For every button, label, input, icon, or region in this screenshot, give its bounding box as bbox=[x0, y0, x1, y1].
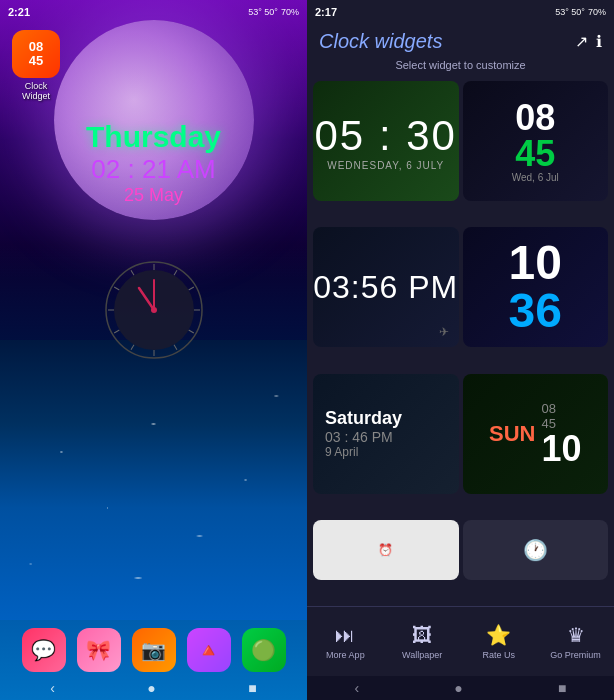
rate-us-label: Rate Us bbox=[483, 650, 516, 660]
premium-label: Go Premium bbox=[550, 650, 601, 660]
status-icons-left: 53° 50° 70% bbox=[248, 7, 299, 17]
svg-line-6 bbox=[174, 345, 177, 350]
clock-widget-small[interactable]: 08 45 Clock Widget bbox=[12, 30, 60, 101]
wallpaper-label: Wallpaper bbox=[402, 650, 442, 660]
status-bar-right: 2:17 53° 50° 70% bbox=[307, 0, 614, 24]
app-title: Clock widgets bbox=[319, 30, 442, 53]
main-clock: Thursday 02 : 21 AM 25 May bbox=[0, 120, 307, 206]
widget-3-pm-time[interactable]: 03:56 PM ✈ bbox=[313, 227, 459, 347]
app-icon-compass[interactable]: 🟢 bbox=[242, 628, 286, 672]
bottom-tab-bar: ⏭ More App 🖼 Wallpaper ⭐ Rate Us ♛ Go Pr… bbox=[307, 606, 614, 676]
widget-7-text: ⏰ bbox=[378, 543, 393, 557]
widget-2-minute: 45 bbox=[515, 136, 555, 172]
widget-1-large-time[interactable]: 05 : 30 WEDNESDAY, 6 July bbox=[313, 81, 459, 201]
svg-line-11 bbox=[114, 287, 119, 290]
app-icon-music[interactable]: 🔺 bbox=[187, 628, 231, 672]
nav-home-left[interactable]: ● bbox=[147, 680, 155, 696]
widget-6-nums: 0845 10 bbox=[541, 401, 581, 467]
tab-rate-us[interactable]: ⭐ Rate Us bbox=[461, 607, 538, 676]
premium-icon: ♛ bbox=[567, 623, 585, 647]
widget-5-day: Saturday bbox=[325, 408, 402, 429]
widget-5-saturday[interactable]: Saturday 03 : 46 PM 9 April bbox=[313, 374, 459, 494]
app-icon-camera[interactable]: 📷 bbox=[132, 628, 176, 672]
analog-clock bbox=[104, 260, 204, 360]
widget-8-partial[interactable]: 🕐 bbox=[463, 520, 609, 580]
widget-4-n2: 36 bbox=[509, 287, 562, 335]
nav-bar-right: ‹ ● ■ bbox=[307, 676, 614, 700]
widget-4-n1: 10 bbox=[509, 239, 562, 287]
widget-1-time: 05 : 30 bbox=[315, 112, 457, 160]
main-day: Thursday bbox=[0, 120, 307, 154]
widget-3-time: 03:56 PM bbox=[313, 269, 458, 306]
widget-2-digital[interactable]: 08 45 Wed, 6 Jul bbox=[463, 81, 609, 201]
share-icon[interactable]: ↗ bbox=[575, 32, 588, 51]
clock-widget-label: Clock Widget bbox=[22, 81, 50, 101]
nav-bar-left: ‹ ● ■ bbox=[0, 676, 307, 700]
widget-6-sun-label: SUN bbox=[489, 421, 535, 447]
svg-line-12 bbox=[131, 270, 134, 275]
status-time-right: 2:17 bbox=[315, 6, 337, 18]
widget-1-date: WEDNESDAY, 6 July bbox=[327, 160, 444, 171]
tab-wallpaper[interactable]: 🖼 Wallpaper bbox=[384, 607, 461, 676]
nav-back-left[interactable]: ‹ bbox=[50, 680, 55, 696]
right-panel: 2:17 53° 50° 70% Clock widgets ↗ ℹ Selec… bbox=[307, 0, 614, 700]
nav-recents-right[interactable]: ■ bbox=[558, 680, 566, 696]
more-app-icon: ⏭ bbox=[335, 624, 355, 647]
info-icon[interactable]: ℹ bbox=[596, 32, 602, 51]
widget-6-sun[interactable]: SUN 0845 10 bbox=[463, 374, 609, 494]
temp-left: 53° 50° bbox=[248, 7, 278, 17]
widget-grid: 05 : 30 WEDNESDAY, 6 July 08 45 Wed, 6 J… bbox=[307, 77, 614, 606]
bottom-nav-left: 💬 🎀 📷 🔺 🟢 ‹ ● ■ bbox=[0, 620, 307, 700]
app-header: Clock widgets ↗ ℹ bbox=[307, 24, 614, 57]
app-title-italic: widgets bbox=[375, 30, 443, 52]
water-graphic bbox=[0, 340, 307, 620]
temp-right: 53° 50° bbox=[555, 7, 585, 17]
status-icons-right: 53° 50° 70% bbox=[555, 7, 606, 17]
battery-right: 70% bbox=[588, 7, 606, 17]
rate-us-icon: ⭐ bbox=[486, 623, 511, 647]
tab-more-app[interactable]: ⏭ More App bbox=[307, 607, 384, 676]
app-icon-messages[interactable]: 💬 bbox=[22, 628, 66, 672]
app-icon-gallery[interactable]: 🎀 bbox=[77, 628, 121, 672]
water-sparkle bbox=[0, 340, 307, 620]
status-bar-left: 2:21 53° 50° 70% bbox=[0, 0, 307, 24]
svg-line-8 bbox=[131, 345, 134, 350]
plane-icon: ✈ bbox=[439, 325, 449, 339]
svg-point-16 bbox=[151, 307, 157, 313]
battery-left: 70% bbox=[281, 7, 299, 17]
widget-5-time: 03 : 46 PM bbox=[325, 429, 393, 445]
main-date: 25 May bbox=[0, 185, 307, 206]
widget-2-hour: 08 bbox=[515, 100, 555, 136]
svg-line-9 bbox=[114, 330, 119, 333]
svg-line-3 bbox=[188, 287, 193, 290]
subtitle: Select widget to customize bbox=[307, 57, 614, 77]
wallpaper-icon: 🖼 bbox=[412, 624, 432, 647]
svg-line-5 bbox=[188, 330, 193, 333]
status-time-left: 2:21 bbox=[8, 6, 30, 18]
nav-home-right[interactable]: ● bbox=[454, 680, 462, 696]
widget-8-text: 🕐 bbox=[523, 538, 548, 562]
widget-2-dow: Wed, 6 Jul bbox=[512, 172, 559, 183]
widget-6-bot: 10 bbox=[541, 431, 581, 467]
widget-7-partial[interactable]: ⏰ bbox=[313, 520, 459, 580]
app-icons-row: 💬 🎀 📷 🔺 🟢 bbox=[0, 620, 307, 676]
tab-go-premium[interactable]: ♛ Go Premium bbox=[537, 607, 614, 676]
clock-widget-icon: 08 45 bbox=[12, 30, 60, 78]
app-title-main: Clock bbox=[319, 30, 369, 52]
nav-back-right[interactable]: ‹ bbox=[355, 680, 360, 696]
more-app-label: More App bbox=[326, 650, 365, 660]
widget-6-top: 0845 bbox=[541, 401, 555, 431]
svg-line-2 bbox=[174, 270, 177, 275]
nav-recents-left[interactable]: ■ bbox=[248, 680, 256, 696]
widget-5-date: 9 April bbox=[325, 445, 358, 459]
main-time: 02 : 21 AM bbox=[0, 154, 307, 185]
header-icons: ↗ ℹ bbox=[575, 32, 602, 51]
widget-4-two-numbers[interactable]: 10 36 bbox=[463, 227, 609, 347]
left-panel: 2:21 53° 50° 70% 08 45 Clock Widget Thur… bbox=[0, 0, 307, 700]
